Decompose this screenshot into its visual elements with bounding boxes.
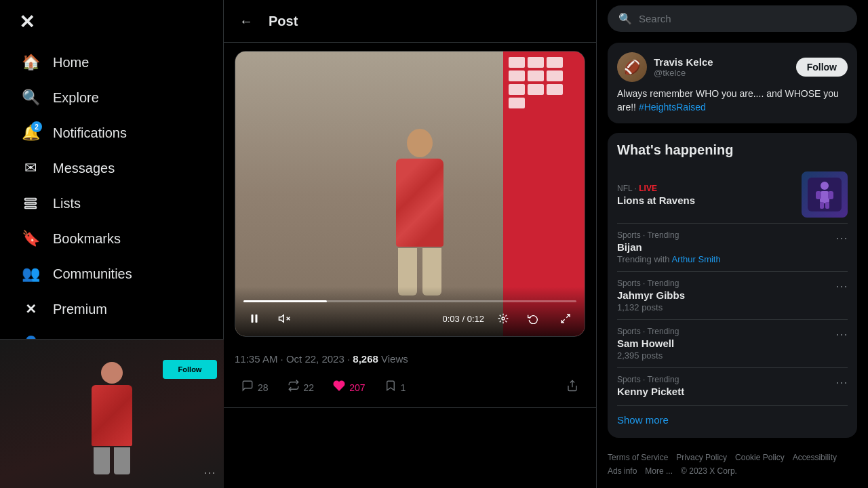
nfl-info: NFL · LIVE Lions at Ravens (617, 184, 802, 206)
footer-cookie[interactable]: Cookie Policy (735, 453, 785, 462)
svg-point-11 (502, 317, 505, 320)
trending-more-button[interactable]: ⋯ (835, 375, 848, 390)
sidebar-item-communities[interactable]: 👥 Communities (11, 257, 212, 291)
settings-button[interactable] (492, 308, 514, 329)
sidebar-item-bookmarks[interactable]: 🔖 Bookmarks (11, 222, 212, 256)
backdrop-logo (509, 70, 525, 81)
avatar-image: 🏈 (617, 52, 647, 82)
person-body (396, 159, 443, 247)
trending-handle[interactable]: Arthur Smith (671, 254, 720, 264)
footer-accessibility[interactable]: Accessibility (793, 453, 837, 462)
nfl-item[interactable]: NFL · LIVE Lions at Ravens (617, 166, 848, 224)
kelce-header: 🏈 Travis Kelce @tkelce Follow (617, 52, 848, 82)
footer-ads[interactable]: Ads info (608, 466, 637, 476)
whats-happening-section: What's happening NFL · LIVE Lions at Rav… (608, 133, 857, 438)
search-bar[interactable]: 🔍 (608, 5, 857, 32)
backdrop-logo (528, 84, 544, 95)
lists-icon (22, 195, 39, 212)
kelce-hashtag[interactable]: #HeightsRaised (639, 102, 706, 113)
page-title: Post (269, 14, 298, 29)
notification-badge: 2 (31, 121, 42, 132)
backdrop-logo (509, 57, 525, 68)
mute-button[interactable] (273, 308, 295, 329)
svg-marker-8 (279, 315, 284, 323)
backdrop-logo (547, 84, 563, 95)
like-action[interactable]: 207 (326, 375, 372, 399)
sidebar-item-home[interactable]: 🏠 Home (11, 45, 212, 79)
messages-icon: ✉ (22, 159, 39, 177)
right-sidebar: 🔍 🏈 Travis Kelce @tkelce Follow Always r (597, 0, 868, 488)
video-progress-bar[interactable] (243, 300, 576, 302)
post-header: ← Post (224, 0, 596, 43)
footer-terms[interactable]: Terms of Service (608, 453, 668, 462)
post-timestamp: 11:35 AM · Oct 22, 2023 (235, 353, 344, 365)
twitter-logo[interactable]: ✕ (11, 5, 212, 44)
webcam-video: Follow ⋯ (0, 340, 224, 488)
kelce-handle: @tkelce (654, 68, 713, 78)
footer-more[interactable]: More ... (645, 466, 673, 476)
trending-item-howell[interactable]: Sports · Trending Sam Howell 2,395 posts… (617, 320, 848, 368)
person-head (407, 129, 433, 157)
sidebar-item-label: Bookmarks (53, 231, 121, 247)
trending-name: Bijan (617, 241, 848, 253)
trending-label: Sports · Trending (617, 279, 848, 288)
sidebar-item-explore[interactable]: 🔍 Explore (11, 81, 212, 115)
back-button[interactable]: ← (235, 9, 258, 33)
rotate-button[interactable] (522, 308, 544, 329)
trending-label: Sports · Trending (617, 327, 848, 336)
sidebar-item-messages[interactable]: ✉ Messages (11, 151, 212, 185)
webcam-more-button[interactable]: ⋯ (203, 465, 216, 480)
trending-sub: Trending with Arthur Smith (617, 254, 848, 264)
post-actions: 28 22 207 1 (224, 370, 596, 408)
backdrop-logo (528, 57, 544, 68)
footer-copyright: © 2023 X Corp. (681, 466, 737, 476)
webcam-follow-button[interactable]: Follow (163, 360, 217, 379)
trending-more-button[interactable]: ⋯ (835, 230, 848, 245)
trending-name: Jahmyr Gibbs (617, 289, 848, 301)
trending-item-bijan[interactable]: Sports · Trending Bijan Trending with Ar… (617, 224, 848, 272)
video-controls-row: 0:03 / 0:12 (243, 308, 576, 329)
bookmarks-icon: 🔖 (22, 230, 39, 247)
sidebar-item-premium[interactable]: ✕ Premium (11, 292, 212, 326)
trending-sub: 2,395 posts (617, 350, 848, 361)
svg-rect-1 (25, 203, 37, 205)
svg-rect-7 (256, 314, 258, 323)
sidebar-item-label: Notifications (53, 125, 127, 141)
follow-button[interactable]: Follow (796, 58, 848, 77)
share-icon (566, 380, 578, 395)
footer-privacy[interactable]: Privacy Policy (676, 453, 727, 462)
retweet-action[interactable]: 22 (281, 375, 321, 399)
comment-action[interactable]: 28 (235, 375, 275, 399)
trending-label: Sports · Trending (617, 375, 848, 384)
svg-rect-6 (252, 314, 254, 323)
trending-item-gibbs[interactable]: Sports · Trending Jahmyr Gibbs 1,132 pos… (617, 272, 848, 320)
sidebar-item-notifications[interactable]: 🔔 2 Notifications (11, 116, 212, 150)
bookmark-icon (384, 380, 397, 395)
kelce-name: Travis Kelce (654, 56, 713, 68)
search-input[interactable] (639, 13, 846, 24)
share-action[interactable] (559, 375, 585, 399)
post-view-count: 8,268 (353, 353, 378, 365)
trending-item-pickett[interactable]: Sports · Trending Kenny Pickett ⋯ (617, 368, 848, 406)
trending-name: Sam Howell (617, 338, 848, 349)
svg-rect-21 (825, 202, 829, 209)
sidebar-item-lists[interactable]: Lists (11, 186, 212, 220)
pause-button[interactable] (243, 308, 265, 329)
bookmark-count: 1 (401, 382, 406, 393)
video-progress-fill (243, 300, 327, 302)
fullscreen-button[interactable] (555, 308, 576, 329)
bookmark-action[interactable]: 1 (378, 375, 413, 399)
avatar[interactable]: 🏈 (617, 52, 647, 82)
footer-links: Terms of Service Privacy Policy Cookie P… (608, 447, 857, 481)
backdrop-logo (528, 70, 544, 81)
trending-more-button[interactable]: ⋯ (835, 279, 848, 293)
nfl-label: NFL · LIVE (617, 184, 802, 193)
post-meta: 11:35 AM · Oct 22, 2023 · 8,268 Views (224, 345, 596, 370)
video-frame[interactable]: 0:03 / 0:12 (235, 52, 585, 336)
show-more-link[interactable]: Show more (617, 406, 848, 428)
trending-more-button[interactable]: ⋯ (835, 327, 848, 342)
webcam-overlay: Follow ⋯ (0, 339, 224, 488)
backdrop-logo (547, 70, 563, 81)
main-content: ← Post (224, 0, 597, 488)
sidebar-item-label: Premium (53, 302, 107, 317)
